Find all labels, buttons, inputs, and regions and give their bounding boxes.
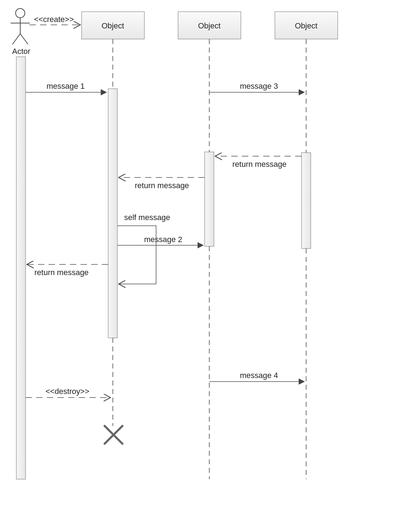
object2-label: Object: [198, 21, 221, 30]
object2-activation: [205, 152, 214, 246]
svg-point-0: [16, 9, 25, 18]
return-1-actor-label: return message: [34, 268, 89, 277]
msg-destroy-label: <<destroy>>: [45, 387, 89, 396]
svg-line-4: [20, 34, 28, 44]
return-2-1-label: return message: [135, 181, 189, 190]
destroy-marker: [105, 426, 122, 444]
actor-label: Actor: [12, 47, 30, 56]
svg-line-3: [12, 34, 20, 44]
msg-3-label: message 3: [240, 82, 278, 91]
actor-figure: [11, 9, 30, 44]
self-msg: [117, 226, 156, 284]
self-msg-label: self message: [124, 213, 170, 222]
object3-activation: [302, 153, 311, 248]
object1-activation: [108, 89, 117, 338]
msg-create-label: <<create>>: [34, 15, 74, 24]
msg-4-label: message 4: [240, 371, 278, 380]
msg-1-label: message 1: [46, 82, 85, 91]
return-3-2-label: return message: [232, 160, 287, 169]
actor-activation: [16, 57, 26, 479]
object3-label: Object: [295, 21, 317, 30]
sequence-diagram: Actor Object Object Object <<create>> me…: [0, 0, 420, 509]
object1-label: Object: [101, 21, 124, 30]
msg-2-label: message 2: [144, 235, 182, 244]
